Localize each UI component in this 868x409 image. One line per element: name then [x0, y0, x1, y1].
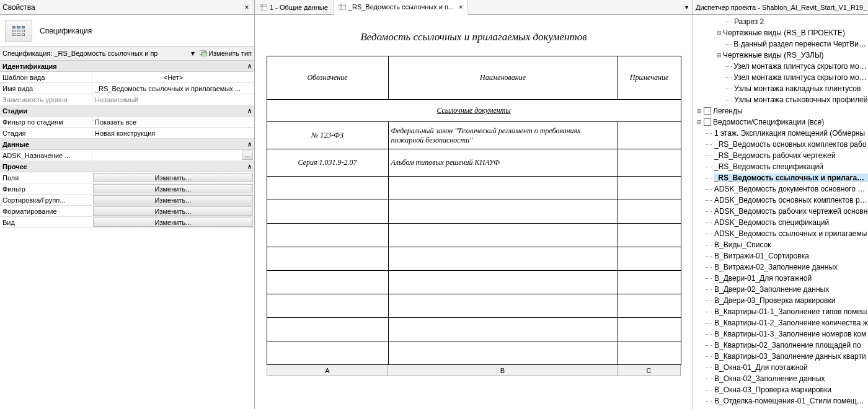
table-cell[interactable]: [267, 341, 388, 365]
prop-value[interactable]: [92, 150, 242, 161]
table-cell[interactable]: Альбом типовых решений КНАУФ: [388, 149, 618, 177]
table-cell[interactable]: [388, 318, 618, 341]
table-row[interactable]: [267, 271, 681, 294]
tree-leaf[interactable]: Разрез 2: [693, 16, 868, 27]
prop-value[interactable]: Показать все: [92, 117, 254, 127]
schedule-view[interactable]: Ведомость ссылочных и прилагаемых докуме…: [255, 15, 693, 409]
table-row[interactable]: [267, 318, 681, 341]
table-cell[interactable]: [618, 318, 681, 341]
tree-leaf[interactable]: ADSK_Ведомость ссылочных и прилагаемы: [693, 228, 868, 239]
tree-leaf[interactable]: В_Витражи-01_Сортировка: [693, 250, 868, 262]
table-cell[interactable]: [267, 177, 388, 200]
table-cell[interactable]: [618, 177, 681, 200]
tree-leaf[interactable]: 1 этаж. Экспликация помещений (Обмерны: [693, 128, 868, 139]
column-header[interactable]: Наименование: [388, 56, 618, 100]
collapse-icon[interactable]: ⊟: [715, 52, 723, 58]
view-tab[interactable]: _RS_Ведомость ссылочных и п...×: [334, 0, 469, 15]
table-cell[interactable]: [267, 271, 388, 294]
tree-leaf[interactable]: В данный раздел перенести ЧертВиды д: [693, 38, 868, 50]
ellipsis-button[interactable]: ...: [242, 151, 253, 160]
tree-branch[interactable]: ⊟Чертежные виды (RS_В ПРОЕКТЕ): [693, 27, 868, 38]
tree-leaf[interactable]: ADSK_Ведомость документов основного ком: [693, 183, 868, 195]
tree-leaf[interactable]: _RS_Ведомость рабочих чертежей: [693, 150, 868, 161]
prop-edit-button[interactable]: Изменить...: [93, 195, 253, 205]
table-cell[interactable]: [267, 200, 388, 224]
tree-leaf[interactable]: _RS_Ведомость основных комплектов рабо: [693, 139, 868, 150]
table-row[interactable]: [267, 247, 681, 271]
tree-leaf[interactable]: В_Двери-02_Заполнение данных: [693, 284, 868, 295]
table-cell[interactable]: [618, 149, 681, 177]
prop-group-data[interactable]: Данные∧: [0, 139, 254, 150]
table-cell[interactable]: [388, 177, 618, 200]
tree-leaf[interactable]: В_Квартиры-03_Заполнение данных кварти: [693, 351, 868, 362]
column-header[interactable]: Обозначение: [267, 56, 388, 100]
table-cell[interactable]: [618, 271, 681, 294]
tree-branch[interactable]: ⊟Ведомости/Спецификации (все): [693, 117, 868, 128]
expand-icon[interactable]: ⊞: [696, 108, 703, 114]
table-cell[interactable]: № 123-ФЗ: [267, 122, 388, 149]
section-header[interactable]: Ссылочные документы: [267, 100, 681, 122]
chevron-down-icon[interactable]: ▾: [188, 49, 197, 58]
tree-leaf[interactable]: Узел монтажа плинтуса скрытого монтаж: [693, 72, 868, 83]
collapse-icon[interactable]: ∧: [247, 107, 252, 114]
collapse-icon[interactable]: ∧: [247, 141, 252, 147]
table-cell[interactable]: [388, 247, 618, 271]
table-cell[interactable]: [388, 224, 618, 247]
prop-group-stages[interactable]: Стадии∧: [0, 105, 254, 117]
table-row[interactable]: [267, 200, 681, 224]
table-cell[interactable]: [388, 200, 618, 224]
table-cell[interactable]: [618, 294, 681, 318]
table-row[interactable]: [267, 177, 681, 200]
table-cell[interactable]: [618, 122, 681, 149]
prop-edit-button[interactable]: Изменить...: [93, 218, 253, 227]
tree-leaf[interactable]: В_Окна-03_Проверка маркировки: [693, 384, 868, 395]
table-cell[interactable]: [388, 341, 618, 365]
close-icon[interactable]: ×: [242, 3, 252, 12]
tree-leaf[interactable]: Узел монтажа плинтуса скрытого монтаж: [693, 61, 868, 72]
table-cell[interactable]: Серия 1.031.9-2.07: [267, 149, 388, 177]
table-cell[interactable]: [267, 224, 388, 247]
prop-value[interactable]: _RS_Ведомость ссылочных и прилагаемых ..…: [92, 83, 254, 94]
table-row[interactable]: [267, 294, 681, 318]
prop-value[interactable]: <Нет>: [92, 72, 254, 82]
table-cell[interactable]: [388, 294, 618, 318]
table-row[interactable]: № 123-ФЗФедеральный закон "Технический р…: [267, 122, 681, 149]
prop-edit-button[interactable]: Изменить...: [93, 206, 253, 216]
tree-leaf[interactable]: _RS_Ведомость спецификаций: [693, 161, 868, 172]
tab-close-icon[interactable]: ×: [459, 3, 463, 11]
column-letter[interactable]: C: [618, 365, 681, 376]
table-cell[interactable]: [267, 294, 388, 318]
column-header[interactable]: Примечание: [618, 56, 681, 100]
tree-leaf[interactable]: В_Виды_Список: [693, 239, 868, 250]
column-letter[interactable]: B: [388, 365, 618, 376]
tree-leaf[interactable]: Узлы монтажа стыковочных профилей: [693, 94, 868, 105]
tree-leaf[interactable]: Узлы монтажа накладных плинтусов: [693, 83, 868, 94]
table-cell[interactable]: [267, 247, 388, 271]
table-row[interactable]: [267, 341, 681, 365]
table-cell[interactable]: [618, 247, 681, 271]
collapse-icon[interactable]: ⊟: [696, 119, 703, 125]
tree-leaf[interactable]: ADSK_Ведомость спецификаций: [693, 217, 868, 228]
tabs-menu-icon[interactable]: ▾: [680, 0, 693, 14]
prop-value[interactable]: Новая конструкция: [92, 128, 254, 138]
tree-leaf[interactable]: В_Квартиры-01-1_Заполнение типов помеш: [693, 306, 868, 317]
tree-leaf[interactable]: В_Отделка-помещения-01_Стили помещени: [693, 395, 868, 407]
view-tab[interactable]: 1 - Общие данные: [255, 0, 334, 14]
table-cell[interactable]: [618, 224, 681, 247]
tree-leaf[interactable]: ADSK_Ведомость рабочих чертежей основн: [693, 206, 868, 217]
edit-type-button[interactable]: Изменить тип: [197, 50, 254, 57]
tree-leaf[interactable]: В_Витражи-02_Заполнение данных: [693, 262, 868, 273]
prop-edit-button[interactable]: Изменить...: [93, 173, 253, 182]
table-cell[interactable]: [267, 318, 388, 341]
table-cell[interactable]: [388, 271, 618, 294]
collapse-icon[interactable]: ∧: [247, 163, 252, 170]
instance-dropdown[interactable]: Спецификация: _RS_Ведомость ссылочных и …: [2, 50, 188, 57]
tree-leaf[interactable]: В_Окна-02_Заполнение данных: [693, 373, 868, 384]
collapse-icon[interactable]: ⊟: [715, 30, 723, 36]
prop-group-id[interactable]: Идентификация∧: [0, 61, 254, 72]
tree-leaf[interactable]: В_Квартиры-01-3_Заполнение номеров ком: [693, 328, 868, 340]
tree-leaf[interactable]: _RS_Ведомость ссылочных и прилагаемы: [693, 172, 868, 183]
tree-branch[interactable]: ⊟Чертежные виды (RS_УЗЛЫ): [693, 50, 868, 61]
tree-leaf[interactable]: В_Квартиры-02_Заполнение площадей по: [693, 340, 868, 351]
project-browser-tree[interactable]: Разрез 2⊟Чертежные виды (RS_В ПРОЕКТЕ)В …: [693, 15, 868, 409]
